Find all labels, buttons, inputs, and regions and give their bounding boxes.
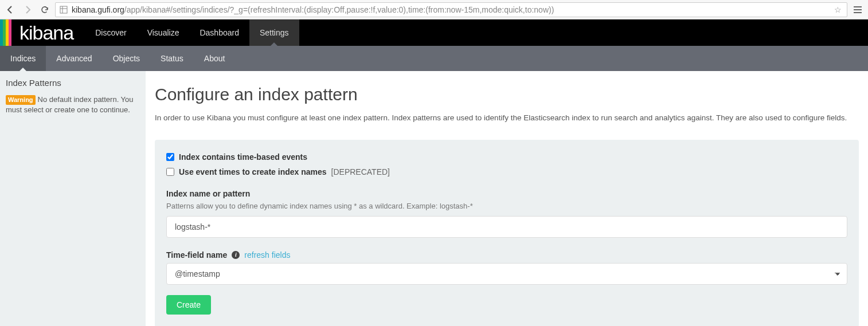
- info-icon[interactable]: i: [232, 251, 240, 259]
- sidebar-heading: Index Patterns: [6, 78, 140, 88]
- subnav-objects[interactable]: Objects: [103, 46, 150, 71]
- browser-menu-icon[interactable]: [851, 3, 865, 17]
- subnav-advanced[interactable]: Advanced: [46, 46, 102, 71]
- time-based-checkbox-row: Index contains time-based events: [166, 152, 847, 162]
- forward-button[interactable]: [21, 3, 34, 17]
- sidebar-warning: WarningNo default index pattern. You mus…: [6, 95, 140, 116]
- settings-subnav: Indices Advanced Objects Status About: [0, 46, 868, 71]
- sidebar: Index Patterns WarningNo default index p…: [0, 71, 146, 326]
- time-field-label: Time-field name: [166, 250, 227, 260]
- primary-nav: kibana Discover Visualize Dashboard Sett…: [0, 19, 868, 46]
- deprecated-tag: [DEPRECATED]: [331, 167, 390, 176]
- browser-toolbar: kibana.gufi.org/app/kibana#/settings/ind…: [0, 0, 868, 19]
- site-icon: [59, 6, 68, 14]
- nav-discover[interactable]: Discover: [85, 19, 136, 46]
- event-times-label: Use event times to create index names: [179, 167, 327, 176]
- index-name-hint: Patterns allow you to define dynamic ind…: [166, 202, 847, 210]
- create-button[interactable]: Create: [166, 295, 211, 315]
- nav-settings[interactable]: Settings: [249, 19, 299, 46]
- reload-button[interactable]: [38, 3, 52, 17]
- address-bar[interactable]: kibana.gufi.org/app/kibana#/settings/ind…: [55, 2, 847, 17]
- index-name-input[interactable]: [166, 216, 847, 238]
- back-button[interactable]: [3, 3, 17, 17]
- time-field-label-row: Time-field name i refresh fields: [166, 250, 847, 260]
- primary-nav-links: Discover Visualize Dashboard Settings: [85, 19, 299, 46]
- nav-visualize[interactable]: Visualize: [137, 19, 190, 46]
- time-based-checkbox[interactable]: [166, 153, 174, 161]
- svg-rect-0: [60, 6, 67, 13]
- url-host: kibana.gufi.org: [72, 5, 124, 14]
- page-title: Configure an index pattern: [155, 85, 859, 104]
- event-times-checkbox-row: Use event times to create index names [D…: [166, 167, 847, 176]
- index-pattern-form: Index contains time-based events Use eve…: [155, 140, 859, 326]
- nav-dashboard[interactable]: Dashboard: [189, 19, 249, 46]
- time-based-label: Index contains time-based events: [179, 152, 307, 162]
- subnav-indices[interactable]: Indices: [0, 46, 46, 71]
- page-body: Index Patterns WarningNo default index p…: [0, 71, 868, 326]
- warning-badge: Warning: [6, 95, 36, 105]
- main-content: Configure an index pattern In order to u…: [146, 71, 868, 326]
- event-times-checkbox[interactable]: [166, 168, 174, 176]
- refresh-fields-link[interactable]: refresh fields: [244, 250, 290, 260]
- page-lead: In order to use Kibana you must configur…: [155, 112, 859, 124]
- index-name-label: Index name or pattern: [166, 189, 847, 198]
- url-path: /app/kibana#/settings/indices/?_g=(refre…: [124, 5, 554, 14]
- subnav-status[interactable]: Status: [150, 46, 194, 71]
- time-field-select[interactable]: @timestamp: [166, 263, 847, 285]
- subnav-about[interactable]: About: [194, 46, 236, 71]
- kibana-logo[interactable]: kibana: [11, 19, 85, 46]
- bookmark-star-icon[interactable]: ☆: [832, 5, 843, 14]
